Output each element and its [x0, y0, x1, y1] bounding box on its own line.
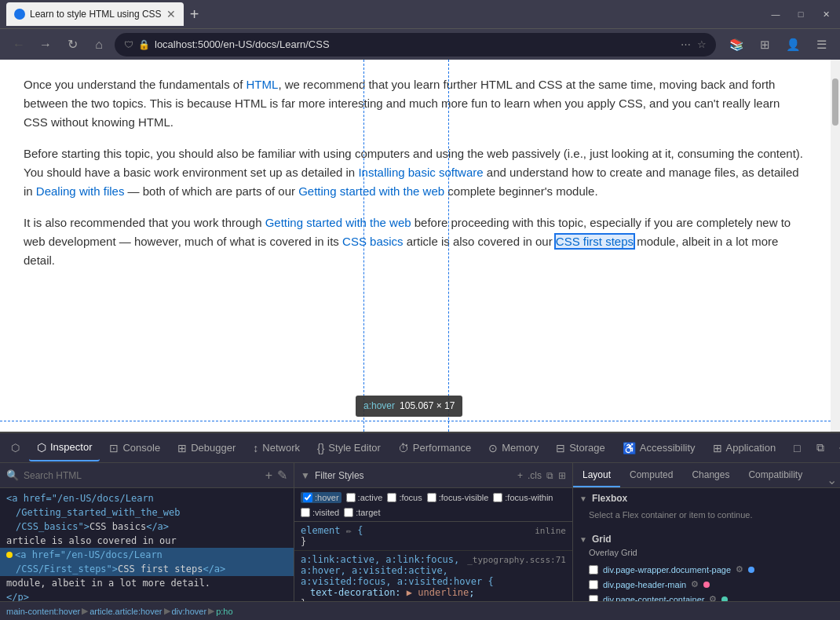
back-button[interactable]: ← — [8, 34, 30, 56]
grid-item-2-label[interactable]: div.page-header-main — [603, 580, 686, 589]
html-line-selected[interactable]: <a href="/en-US/docs/Learn — [0, 548, 294, 562]
address-bar[interactable]: 🛡 🔒 localhost:5000/en-US/docs/Learn/CSS … — [115, 33, 716, 57]
grid-item-2: div.page-header-main ⚙ — [579, 577, 834, 592]
lock-icon: 🔒 — [138, 39, 150, 50]
flexbox-section: ▼ Flexbox Select a Flex container or ite… — [579, 493, 834, 526]
layout-tab-changes[interactable]: Changes — [682, 464, 739, 487]
css-extra-2[interactable]: ⧉ — [546, 470, 553, 481]
dealing-files-link[interactable]: Dealing with files — [36, 184, 125, 198]
breadcrumb-item-1[interactable]: main-content:hover — [6, 607, 80, 616]
grid-item-1-dot — [748, 567, 754, 573]
pseudo-focus[interactable]: :focus — [387, 492, 422, 503]
grid-item-1-gear[interactable]: ⚙ — [736, 564, 743, 574]
library-icon[interactable]: 📚 — [725, 34, 747, 56]
active-tab[interactable]: Learn to style HTML using CSS ✕ — [6, 2, 184, 26]
css-extra-1[interactable]: .cls — [528, 470, 542, 481]
breadcrumb-item-2[interactable]: article.article:hover — [89, 607, 162, 616]
layout-tabs-bar: Layout Computed Changes Compatibility ⌄ — [573, 463, 840, 488]
css-element-rule: element ✏ { inline } — [294, 522, 572, 551]
tab-memory[interactable]: ⊙ Memory — [480, 435, 546, 461]
pseudo-visited[interactable]: :visited — [301, 508, 339, 517]
tab-close-button[interactable]: ✕ — [166, 8, 176, 20]
breadcrumb-item-3[interactable]: div:hover — [172, 607, 207, 616]
scrollbar-thumb[interactable] — [832, 78, 838, 126]
browser-window: Learn to style HTML using CSS ✕ + — □ ✕ … — [0, 0, 840, 620]
html-panel: 🔍 + ✎ <a href="/en-US/docs/Learn /Gettin… — [0, 463, 294, 601]
address-icons: ⋯ ☆ — [681, 38, 707, 50]
pseudo-target[interactable]: :target — [344, 508, 380, 517]
menu-icon[interactable]: ☰ — [810, 34, 832, 56]
close-button[interactable]: ✕ — [818, 6, 834, 22]
rule1-prop-value: ▶ underline — [407, 587, 469, 598]
tab-application[interactable]: ⊞ Application — [705, 435, 784, 461]
tab-style-editor[interactable]: {} Style Editor — [309, 435, 389, 461]
grid-item-3-label[interactable]: div.page-content-container — [603, 595, 704, 602]
rule1-file: _typography.scss:71 — [467, 555, 566, 565]
tab-console[interactable]: ⊡ Console — [101, 435, 168, 461]
search-html-input[interactable] — [24, 470, 261, 481]
css-extra-3[interactable]: ⊞ — [558, 470, 566, 481]
css-first-steps-link[interactable]: CSS first steps — [556, 235, 634, 248]
grid-arrow: ▼ — [579, 535, 587, 544]
console-label: Console — [122, 442, 160, 454]
breadcrumb-item-4[interactable]: p:ho — [216, 607, 232, 616]
star-icon[interactable]: ☆ — [697, 38, 707, 50]
html-tree: <a href="/en-US/docs/Learn /Getting_star… — [0, 488, 294, 601]
tab-favicon — [14, 9, 25, 20]
more-tools-button[interactable]: ⋯ — [834, 438, 840, 458]
getting-started-link-1[interactable]: Getting started with the web — [298, 184, 444, 198]
profile-icon[interactable]: 👤 — [782, 34, 804, 56]
add-node-button[interactable]: + — [265, 469, 272, 483]
layout-tab-layout[interactable]: Layout — [573, 464, 620, 487]
add-rule-button[interactable]: + — [517, 470, 523, 481]
html-line-2: /Getting_started_with_the_web — [0, 505, 294, 520]
minimize-button[interactable]: — — [768, 6, 783, 22]
tab-accessibility[interactable]: ♿ Accessibility — [615, 435, 703, 461]
tab-title: Learn to style HTML using CSS — [30, 9, 162, 20]
grid-item-1-label[interactable]: div.page-wrapper.document-page — [603, 565, 731, 574]
grid-item-1-checkbox[interactable] — [589, 565, 598, 574]
getting-started-link-2[interactable]: Getting started with the web — [265, 216, 411, 229]
sync-icon[interactable]: ⊞ — [754, 34, 776, 56]
reload-button[interactable]: ↻ — [61, 34, 83, 56]
bookmark-icon[interactable]: ⋯ — [681, 38, 691, 50]
tab-performance[interactable]: ⏱ Performance — [390, 435, 479, 461]
new-tab-button[interactable]: + — [190, 6, 199, 22]
pseudo-active[interactable]: :active — [346, 492, 383, 503]
html-line-6: </p> — [0, 590, 294, 601]
html-line-selected-2[interactable]: /CSS/First_steps">CSS first steps</a> — [0, 562, 294, 576]
grid-section: ▼ Grid Overlay Grid div.page-wrapper.doc… — [579, 534, 834, 601]
dock-side-button[interactable]: □ — [787, 438, 807, 458]
layout-tab-compatibility[interactable]: Compatibility — [739, 464, 812, 487]
css-basics-link[interactable]: CSS basics — [342, 235, 404, 248]
tab-network[interactable]: ↕ Network — [245, 435, 308, 461]
grid-item-3-checkbox[interactable] — [589, 595, 598, 602]
grid-item-2-checkbox[interactable] — [589, 580, 598, 589]
layout-tab-computed[interactable]: Computed — [620, 464, 682, 487]
paragraph-1: Once you understand the fundamentals of … — [24, 75, 807, 132]
pseudo-focus-within[interactable]: :focus-within — [493, 492, 553, 503]
html-link-1[interactable]: HTML — [247, 78, 279, 91]
layout-expand-icon[interactable]: ⌄ — [827, 472, 837, 487]
grid-header[interactable]: ▼ Grid — [579, 534, 834, 545]
home-button[interactable]: ⌂ — [88, 34, 110, 56]
restore-button[interactable]: □ — [793, 6, 809, 22]
tab-storage[interactable]: ⊟ Storage — [548, 435, 613, 461]
main-content[interactable]: a:hover 105.067 × 17 Once you understand… — [0, 60, 831, 432]
tab-inspector[interactable]: ⬡ Inspector — [29, 435, 100, 461]
devtools-pick-button[interactable]: ⬡ — [3, 435, 27, 461]
debugger-label: Debugger — [191, 442, 236, 454]
forward-button[interactable]: → — [35, 34, 57, 56]
dock-bottom-button[interactable]: ⧉ — [810, 438, 831, 458]
grid-item-3-gear[interactable]: ⚙ — [709, 594, 717, 601]
page-scrollbar[interactable] — [831, 60, 840, 432]
installing-software-link[interactable]: Installing basic software — [358, 166, 483, 179]
pick-element-button[interactable]: ✎ — [277, 468, 287, 483]
grid-item-2-gear[interactable]: ⚙ — [691, 579, 699, 589]
tab-debugger[interactable]: ⊞ Debugger — [170, 435, 243, 461]
html-line-1: <a href="/en-US/docs/Learn — [0, 491, 294, 505]
pseudo-hover[interactable]: :hover — [301, 492, 341, 503]
flexbox-header[interactable]: ▼ Flexbox — [579, 493, 834, 504]
paragraph-2: Before starting this topic, you should a… — [24, 144, 807, 201]
pseudo-focus-visible[interactable]: :focus-visible — [427, 492, 489, 503]
